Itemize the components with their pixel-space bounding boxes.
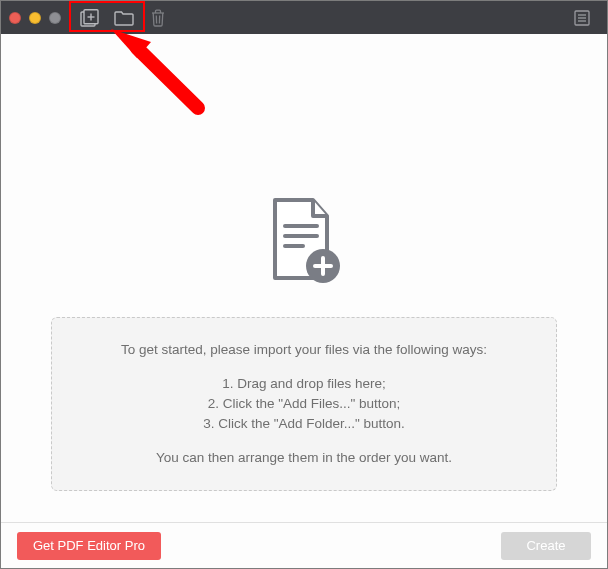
instructions-trailer: You can then arrange them in the order y…	[72, 448, 536, 468]
zoom-window-button[interactable]	[49, 12, 61, 24]
instructions-steps: 1. Drag and drop files here; 2. Click th…	[72, 374, 536, 435]
main-area[interactable]: To get started, please import your files…	[1, 34, 607, 522]
instructions-step-3: 3. Click the "Add Folder..." button.	[72, 414, 536, 434]
trash-icon	[150, 9, 166, 27]
list-icon	[574, 10, 590, 26]
toolbar	[73, 1, 175, 34]
add-files-button[interactable]	[73, 1, 107, 34]
minimize-window-button[interactable]	[29, 12, 41, 24]
titlebar	[1, 1, 607, 34]
list-view-button[interactable]	[565, 1, 599, 34]
footer: Get PDF Editor Pro Create	[1, 522, 607, 568]
create-button[interactable]: Create	[501, 532, 591, 560]
add-folder-button[interactable]	[107, 1, 141, 34]
instructions-panel: To get started, please import your files…	[51, 317, 557, 491]
get-pdf-editor-pro-button[interactable]: Get PDF Editor Pro	[17, 532, 161, 560]
app-window: To get started, please import your files…	[0, 0, 608, 569]
import-illustration	[259, 194, 349, 289]
close-window-button[interactable]	[9, 12, 21, 24]
instructions-step-1: 1. Drag and drop files here;	[72, 374, 536, 394]
delete-button[interactable]	[141, 1, 175, 34]
folder-icon	[114, 10, 134, 26]
instructions-step-2: 2. Click the "Add Files..." button;	[72, 394, 536, 414]
instructions-lead: To get started, please import your files…	[72, 340, 536, 360]
add-file-icon	[80, 9, 100, 27]
traffic-lights	[9, 12, 61, 24]
